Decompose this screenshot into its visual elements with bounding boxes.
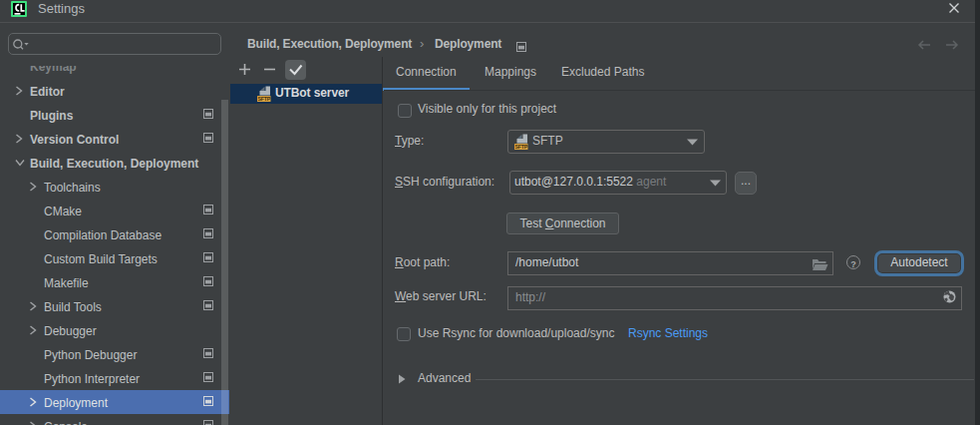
svg-text:SFTP: SFTP (257, 96, 270, 102)
svg-text:SFTP: SFTP (514, 144, 527, 150)
